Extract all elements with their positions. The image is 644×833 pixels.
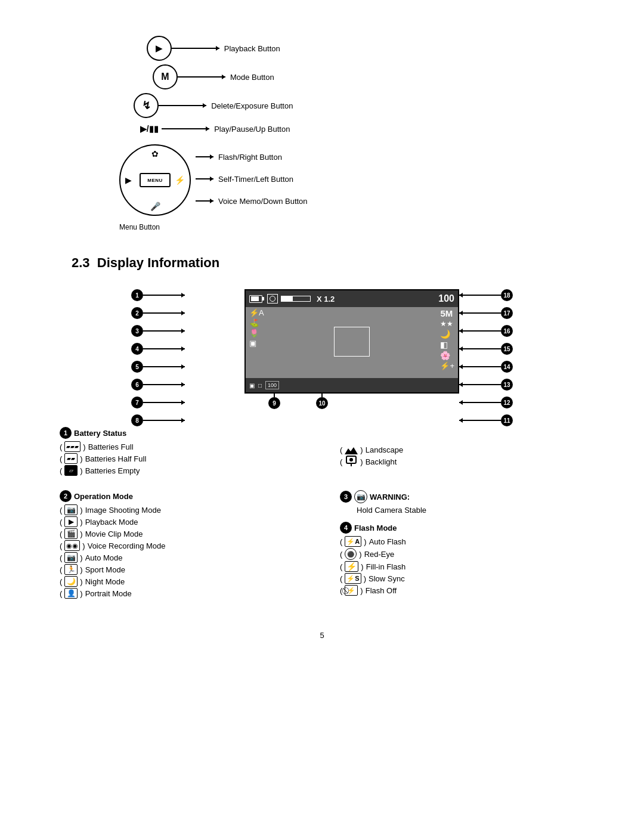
operation-circle-num: 2 bbox=[60, 490, 72, 502]
playback-button-icon: ▶ bbox=[147, 36, 172, 61]
fill-flash-label: Fill-in Flash bbox=[366, 562, 405, 571]
auto-mode-item: ( 📷 ) Auto Mode bbox=[60, 552, 304, 563]
flash-off-item: ( ⃠⚡ ) Flash Off bbox=[340, 585, 584, 596]
iso-indicator: 100 bbox=[265, 381, 279, 389]
right-info-column: 3 📷 WARNING: Hold Camera Stable 4 Flash … bbox=[340, 490, 584, 607]
portrait-mode-label: Portrait Mode bbox=[85, 589, 132, 598]
warning-description: Hold Camera Stable bbox=[357, 506, 584, 515]
focus-box bbox=[334, 327, 370, 357]
battery-empty-label: Batteries Empty bbox=[85, 466, 140, 475]
night-mode-icon: 🌙 bbox=[64, 576, 78, 587]
flash-circle-num: 4 bbox=[340, 522, 352, 534]
battery-empty-icon: ▱ bbox=[64, 465, 78, 476]
backlight-item: ( ) Backlight bbox=[340, 456, 584, 467]
warning-heading: WARNING: bbox=[370, 493, 410, 501]
dpad-control: MENU ✿ 🎤 ▶ ⚡ bbox=[119, 144, 191, 216]
warning-section: 3 📷 WARNING: Hold Camera Stable bbox=[340, 490, 584, 515]
battery-full-label: Batteries Full bbox=[88, 442, 134, 451]
battery-heading: Battery Status bbox=[74, 429, 126, 438]
callout-18: 18 bbox=[501, 289, 513, 301]
landscape-item: ( ) Landscape bbox=[340, 445, 584, 454]
quality-stars: ★★ bbox=[440, 320, 454, 328]
battery-half-icon: ▰▰ bbox=[64, 453, 78, 464]
callout-3: 3 bbox=[131, 325, 143, 337]
sport-mode-item: ( 🏃 ) Sport Mode bbox=[60, 564, 304, 575]
red-eye-label: Red-Eye bbox=[364, 550, 395, 559]
playback-mode-label: Playback Mode bbox=[85, 518, 138, 527]
section-number: 2.3 bbox=[72, 255, 90, 270]
slow-sync-icon: ⚡S bbox=[345, 573, 361, 584]
callout-2: 2 bbox=[131, 307, 143, 319]
self-timer-label: Self-Timer/Left Button bbox=[218, 175, 293, 184]
slow-sync-label: Slow Sync bbox=[369, 574, 405, 583]
page-number: 5 bbox=[48, 631, 596, 640]
mode-icons bbox=[267, 294, 311, 304]
callout-11: 11 bbox=[501, 414, 513, 426]
zoom-level: X 1.2 bbox=[317, 295, 335, 304]
mode-button-label: Mode Button bbox=[230, 73, 274, 82]
flash-off-label: Flash Off bbox=[366, 586, 397, 595]
screen-top-bar: X 1.2 100 bbox=[246, 290, 458, 307]
warning-circle-num: 3 bbox=[340, 491, 352, 503]
section-heading: 2.3 Display Information bbox=[72, 255, 596, 271]
button-diagram-section: ▶ Playback Button M Mode Button ↯ bbox=[48, 24, 596, 237]
sport-mode-icon: 🏃 bbox=[64, 564, 78, 575]
operation-mode-section: 2 Operation Mode ( 📷 ) Image Shooting Mo… bbox=[60, 490, 304, 600]
backlight-label: Backlight bbox=[366, 457, 397, 466]
resolution-indicator: 5M bbox=[440, 308, 454, 318]
landscape-label: Landscape bbox=[366, 445, 404, 454]
callout-1: 1 bbox=[131, 289, 143, 301]
callout-4: 4 bbox=[131, 343, 143, 355]
portrait-mode-icon: 👤 bbox=[64, 588, 78, 599]
night-mode-label: Night Mode bbox=[85, 577, 125, 586]
sport-mode-label: Sport Mode bbox=[85, 565, 125, 574]
warning-icon: 📷 bbox=[354, 490, 367, 503]
callout-14: 14 bbox=[501, 361, 513, 373]
slow-sync-item: ( ⚡S ) Slow Sync bbox=[340, 573, 584, 584]
callout-15: 15 bbox=[501, 343, 513, 355]
voice-recording-item: ( ◉◉ ) Voice Recording Mode bbox=[60, 540, 304, 551]
voice-recording-icon: ◉◉ bbox=[64, 540, 80, 551]
battery-empty-item: ( ▱ ) Batteries Empty bbox=[60, 465, 304, 476]
battery-full-icon: ▰▰▰ bbox=[64, 441, 80, 452]
battery-status-section: 1 Battery Status ( ▰▰▰ ) Batteries Full … bbox=[60, 427, 304, 477]
battery-circle-num: 1 bbox=[60, 427, 72, 439]
delete-button-label: Delete/Exposure Button bbox=[211, 101, 293, 110]
play-pause-icon: ▶/▮▮ bbox=[137, 122, 162, 136]
play-pause-button-label: Play/Pause/Up Button bbox=[214, 125, 290, 134]
delete-button-icon: ↯ bbox=[134, 93, 159, 118]
callout-10: 10 bbox=[316, 397, 328, 409]
movie-clip-item: ( 🎬 ) Movie Clip Mode bbox=[60, 528, 304, 539]
svg-marker-0 bbox=[345, 447, 358, 454]
callout-12: 12 bbox=[501, 397, 513, 408]
red-eye-item: ( ⚫ ) Red-Eye bbox=[340, 548, 584, 560]
auto-mode-label: Auto Mode bbox=[85, 553, 123, 562]
section-title: Display Information bbox=[97, 255, 219, 270]
movie-clip-icon: 🎬 bbox=[64, 528, 78, 539]
fill-flash-item: ( ⚡ ) Fill-in Flash bbox=[340, 561, 584, 572]
callout-9: 9 bbox=[268, 397, 280, 409]
operation-heading: Operation Mode bbox=[74, 492, 133, 501]
voice-memo-label: Voice Memo/Down Button bbox=[218, 197, 308, 206]
screen-right-icons: 5M ★★ 🌙 ◧ 🌸 ⚡+ bbox=[440, 308, 454, 370]
display-diagram-wrapper: 1 2 3 4 5 6 7 8 bbox=[131, 280, 513, 409]
portrait-mode-item: ( 👤 ) Portrait Mode bbox=[60, 588, 304, 599]
auto-flash-label: Auto Flash bbox=[369, 537, 406, 546]
mode-button-icon: M bbox=[153, 64, 178, 89]
callout-5: 5 bbox=[131, 361, 143, 373]
battery-half-item: ( ▰▰ ) Batteries Half Full bbox=[60, 453, 304, 464]
auto-mode-icon: 📷 bbox=[64, 552, 78, 563]
image-shooting-label: Image Shooting Mode bbox=[85, 506, 161, 515]
image-shooting-item: ( 📷 ) Image Shooting Mode bbox=[60, 504, 304, 515]
fill-flash-icon: ⚡ bbox=[345, 561, 358, 572]
screen-bottom-bar: ▣ □ 100 bbox=[246, 378, 458, 392]
svg-point-2 bbox=[349, 458, 353, 462]
auto-flash-item: ( ⚡A ) Auto Flash bbox=[340, 536, 584, 547]
flash-heading: Flash Mode bbox=[354, 524, 397, 532]
menu-button-label-text: Menu Button bbox=[119, 223, 160, 231]
landscape-icon bbox=[345, 445, 358, 454]
callout-8: 8 bbox=[131, 414, 143, 426]
playback-mode-icon: ▶ bbox=[64, 516, 78, 527]
auto-flash-icon: ⚡A bbox=[345, 536, 361, 547]
flash-mode-section: 4 Flash Mode ( ⚡A ) Auto Flash ( ⚫ ) Red… bbox=[340, 522, 584, 596]
